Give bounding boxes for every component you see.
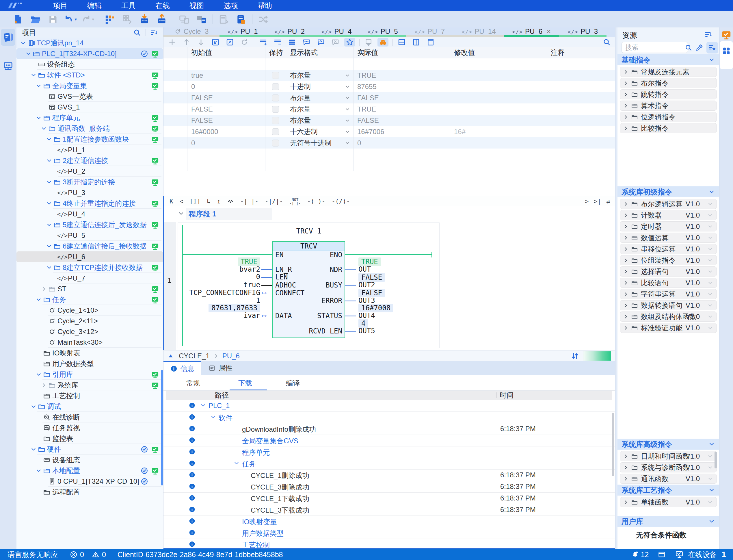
resource-favorite-filter[interactable]: [706, 42, 718, 53]
cell-retain[interactable]: [265, 115, 286, 126]
contact-no-tool[interactable]: -| |-: [240, 198, 259, 205]
network-label[interactable]: 程序段 1: [186, 208, 272, 220]
online-device-icon[interactable]: [675, 550, 684, 559]
coil-neg-tool[interactable]: -(/)-: [332, 198, 350, 205]
resource-item[interactable]: 数据转换语句V1.0: [620, 300, 717, 310]
device-io-button[interactable]: [234, 13, 248, 26]
undo-button[interactable]: ▾: [64, 13, 77, 26]
monitor-binoculars-button[interactable]: [377, 38, 388, 47]
next-tool[interactable]: >: [585, 198, 589, 205]
info-tab-1[interactable]: 属性: [201, 361, 240, 375]
resource-item[interactable]: 数组及结构体函数V1.0: [620, 311, 717, 322]
goto-last-tool[interactable]: >|: [594, 198, 601, 205]
tab-PU_4[interactable]: </>PU_4: [314, 27, 360, 35]
cell-initial[interactable]: true: [187, 70, 265, 81]
retain-checkbox[interactable]: [272, 140, 279, 147]
export-values-button[interactable]: [225, 38, 235, 47]
tree-item[interactable]: 6建立通信连接后_接收数据: [16, 241, 163, 251]
tree-item[interactable]: Cycle_1<10>: [16, 305, 163, 316]
tab-Cycle_3[interactable]: Cycle_3: [163, 27, 220, 35]
coil-tool[interactable]: -( )-: [307, 198, 325, 205]
cell-comment[interactable]: [547, 137, 615, 149]
delete-row-button[interactable]: [272, 38, 283, 47]
log-col-time[interactable]: 时间: [500, 391, 612, 400]
split-h-button[interactable]: [396, 38, 407, 47]
tree-item[interactable]: 4终止并重连指定的连接: [16, 198, 163, 209]
download-to-plc-button[interactable]: [138, 13, 151, 26]
close-tab-icon[interactable]: ×: [547, 27, 551, 36]
favorite-star-button[interactable]: [344, 38, 355, 47]
watch-col-header[interactable]: 保持: [265, 47, 286, 58]
resource-item[interactable]: 数值运算V1.0: [620, 233, 717, 243]
log-row[interactable]: CYCLE_3下载成功6:18:37 PM: [163, 504, 615, 516]
tree-item[interactable]: </>PU_3: [16, 187, 163, 198]
watch-col-header[interactable]: 实际值: [353, 47, 450, 58]
tree-item[interactable]: </>PU_1: [16, 144, 163, 155]
tree-item[interactable]: </>PU_7: [16, 273, 163, 283]
cell-initial[interactable]: 0: [187, 81, 265, 92]
resource-section-header[interactable]: 系统库初级指令: [617, 186, 719, 197]
breadcrumb-task[interactable]: CYCLE_1: [179, 352, 210, 360]
write-values-button[interactable]: [363, 38, 374, 47]
upload-from-plc-button[interactable]: [155, 13, 168, 26]
error-icon[interactable]: [70, 550, 78, 559]
resource-item[interactable]: 串移位运算V1.0: [620, 244, 717, 254]
cell-retain[interactable]: [265, 137, 286, 149]
log-row[interactable]: CYCLE_1下载成功6:18:37 PM: [163, 492, 615, 504]
online-status-icon[interactable]: [721, 30, 732, 40]
cell-modify[interactable]: [450, 137, 547, 149]
resource-item[interactable]: 定时器V1.0: [620, 221, 717, 231]
retain-checkbox[interactable]: [272, 83, 279, 90]
watch-col-header[interactable]: 显示格式: [286, 47, 353, 58]
tree-item[interactable]: Cycle_2<11>: [16, 316, 163, 326]
menu-4[interactable]: 视图: [180, 0, 214, 11]
split-w-button[interactable]: [425, 38, 436, 47]
info-tab-0[interactable]: 信息: [163, 361, 201, 375]
cell-comment[interactable]: [547, 70, 615, 81]
compile-button[interactable]: [103, 13, 116, 26]
tree-item[interactable]: </>PU_6: [16, 251, 163, 262]
resource-item[interactable]: 字符串运算V1.0: [620, 289, 717, 299]
insert-block-tool[interactable]: [I]: [190, 198, 201, 205]
resource-search-input[interactable]: [621, 42, 688, 53]
cell-modify[interactable]: [450, 103, 547, 115]
refresh-button[interactable]: [239, 38, 250, 47]
tree-item[interactable]: 任务监视: [16, 422, 163, 433]
chevron-down-icon[interactable]: [233, 460, 240, 466]
menu-0[interactable]: 项目: [43, 0, 77, 11]
cross-reference-button[interactable]: [257, 13, 270, 26]
cell-comment[interactable]: [547, 81, 615, 92]
tree-item[interactable]: 3断开指定的连接: [16, 177, 163, 187]
new-file-button[interactable]: [12, 13, 25, 26]
tree-item[interactable]: 在线诊断: [16, 412, 163, 422]
tree-item[interactable]: 通讯函数_服务端: [16, 123, 163, 134]
tab-PU_5[interactable]: </>PU_5: [360, 27, 406, 35]
tab-PU_1[interactable]: </>PU_1: [220, 27, 266, 35]
network-collapse-icon[interactable]: [178, 210, 185, 217]
tree-item[interactable]: ST: [16, 283, 163, 294]
resource-item[interactable]: 通讯函数V1.0: [620, 474, 717, 484]
log-row[interactable]: PLC_1: [163, 400, 615, 412]
cell-format[interactable]: 十六进制: [286, 126, 353, 137]
cell-comment[interactable]: [547, 126, 615, 137]
resource-section-header[interactable]: 基础指令: [617, 54, 719, 65]
tree-item[interactable]: 引用库: [16, 369, 163, 380]
wire-tool[interactable]: [227, 198, 234, 205]
tree-item[interactable]: 1配置连接参数函数块: [16, 134, 163, 144]
tree-item[interactable]: Cycle_3<12>: [16, 326, 163, 337]
comment-delete-button[interactable]: [330, 38, 341, 47]
resource-item[interactable]: 标准验证功能V1.0: [620, 323, 717, 333]
comment-button[interactable]: [316, 38, 327, 47]
menu-1[interactable]: 编辑: [77, 0, 112, 11]
resource-item[interactable]: 比较语句V1.0: [620, 278, 717, 288]
window-icon[interactable]: [657, 550, 666, 559]
swap-tool[interactable]: ⇄: [606, 198, 610, 205]
save-button[interactable]: [46, 13, 60, 26]
project-explorer-rail-button[interactable]: [1, 29, 15, 46]
tree-scrollbar[interactable]: [161, 370, 163, 485]
resource-item[interactable]: 比较指令: [620, 123, 717, 133]
tree-item[interactable]: MainTask<30>: [16, 337, 163, 348]
tree-item[interactable]: 本地配置: [16, 465, 163, 476]
section-scrollbar[interactable]: [715, 452, 717, 468]
log-row[interactable]: IO映射变量: [163, 516, 615, 527]
